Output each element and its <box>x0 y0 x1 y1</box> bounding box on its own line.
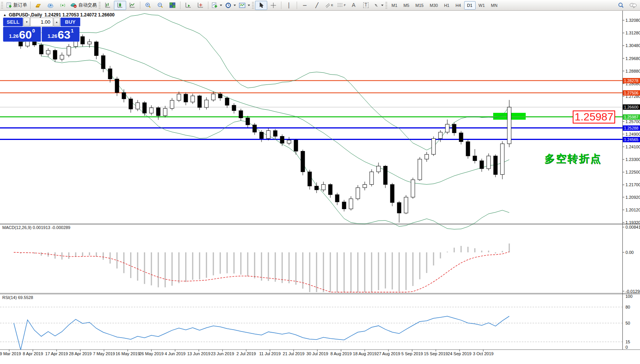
timeframe-button-h4[interactable]: H4 <box>452 1 464 10</box>
arrows-button[interactable] <box>372 1 385 10</box>
date-tick: 30 Jul 2019 <box>307 351 328 356</box>
date-tick: 28 Apr 2019 <box>69 351 91 356</box>
sell-price-small: 1.26 <box>9 33 19 39</box>
drawn-rectangle[interactable] <box>493 113 526 120</box>
date-tick: 5 Sep 2019 <box>401 351 423 356</box>
timeframe-button-m15[interactable]: M15 <box>413 1 427 10</box>
price-level-chip[interactable]: 1.28278 <box>623 78 640 83</box>
crosshair-button[interactable] <box>267 1 279 10</box>
date-tick: 4 Jun 2019 <box>165 351 185 356</box>
fibonacci-button[interactable]: F <box>335 1 348 10</box>
sell-button[interactable]: SELL <box>3 18 23 26</box>
price-tick: 1.21700 <box>625 182 640 187</box>
candlestick-button[interactable] <box>114 1 126 10</box>
rsi-tick: 100 <box>625 294 632 299</box>
bar-chart-button[interactable] <box>102 1 114 10</box>
price-level-chip[interactable]: 1.24565 <box>623 137 640 142</box>
candlestick-icon <box>117 2 123 8</box>
price-level-chip[interactable]: 1.25288 <box>623 125 640 131</box>
dropdown-caret <box>381 5 383 6</box>
timeframe-button-w1[interactable]: W1 <box>476 1 488 10</box>
chart-canvas[interactable] <box>0 0 640 364</box>
symbol-period-label: GBPUSD-,Daily <box>9 12 42 18</box>
timeframe-button-d1[interactable]: D1 <box>464 1 476 10</box>
chinese-annotation[interactable]: 多空转折点 <box>544 152 602 166</box>
sell-price-big: 60 <box>19 29 32 41</box>
new-order-button[interactable]: 新订单 <box>4 1 29 10</box>
text-button[interactable]: A <box>348 1 360 10</box>
cloud-icon <box>47 3 54 8</box>
sell-price-sup: 0 <box>32 28 35 34</box>
date-tick: 29 Mar 2019 <box>0 351 21 356</box>
buy-price-box[interactable]: 1.26 63 1 <box>42 27 80 42</box>
sell-price-box[interactable]: 1.26 60 0 <box>3 27 41 42</box>
periods-button[interactable] <box>224 1 237 10</box>
separator <box>30 2 31 9</box>
templates-button[interactable] <box>237 1 252 10</box>
bar-chart-icon <box>105 2 111 8</box>
signal-button[interactable] <box>57 1 69 10</box>
cursor-button[interactable] <box>255 1 267 10</box>
price-tick: 1.32080 <box>625 18 640 23</box>
collapse-icon[interactable]: ▲ <box>3 13 6 17</box>
fibo-letter: F <box>344 3 346 7</box>
chart-shift-button[interactable] <box>194 1 206 10</box>
indicators-button[interactable] <box>210 1 224 10</box>
rsi-line <box>14 316 509 350</box>
vertical-line-icon: │ <box>288 3 291 8</box>
zoom-in-button[interactable] <box>142 1 154 10</box>
date-tick: 27 Aug 2019 <box>377 351 400 356</box>
bollinger-band <box>14 39 509 184</box>
auto-scroll-button[interactable] <box>182 1 194 10</box>
zoom-out-button[interactable] <box>154 1 166 10</box>
date-tick: 3 Oct 2019 <box>473 351 494 356</box>
date-tick: 26 May 2019 <box>139 351 164 356</box>
toolbar-grip[interactable] <box>252 2 254 9</box>
volume-input[interactable]: 1.00 <box>30 18 53 26</box>
tile-windows-button[interactable] <box>166 1 179 10</box>
date-tick: 17 Apr 2019 <box>45 351 68 356</box>
rsi-tick: 80 <box>625 305 630 309</box>
toolbar-grip[interactable] <box>385 2 387 9</box>
toolbar-grip[interactable] <box>1 2 3 9</box>
search-button[interactable] <box>615 1 627 10</box>
volume-up-button[interactable]: ▲ <box>54 18 60 26</box>
line-chart-button[interactable] <box>126 1 138 10</box>
macd-tick: 0.008411 <box>625 225 640 229</box>
dropdown-caret <box>234 5 236 6</box>
price-level-chip[interactable]: 1.25987 <box>623 114 640 120</box>
auto-trading-button[interactable]: 自动交易 <box>69 1 98 10</box>
volume-down-button[interactable]: ▼ <box>23 18 30 26</box>
date-tick: 8 Apr 2019 <box>23 351 43 356</box>
timeframe-button-mn[interactable]: MN <box>488 1 500 10</box>
price-level-chip[interactable]: 1.27506 <box>623 90 640 96</box>
date-tick: 23 Jun 2019 <box>211 351 234 356</box>
timeframe-button-m30[interactable]: M30 <box>427 1 441 10</box>
tile-windows-icon <box>169 2 175 8</box>
date-tick: 8 Aug 2019 <box>330 351 352 356</box>
date-tick: 21 Jul 2019 <box>283 351 305 356</box>
horizontal-line-button[interactable]: ─ <box>299 1 311 10</box>
vertical-line-button[interactable]: │ <box>283 1 295 10</box>
channel-button[interactable]: E <box>323 1 335 10</box>
price-tick: 1.31280 <box>625 31 640 35</box>
price-callout-label[interactable]: 1.25987 <box>573 110 615 123</box>
crosshair-icon <box>270 2 276 8</box>
zoom-in-icon <box>145 2 151 8</box>
chat-button[interactable] <box>627 1 639 10</box>
gold-bar-icon <box>35 3 42 8</box>
ohlc-values: 1.24291 1.27053 1.24072 1.26600 <box>44 12 115 18</box>
separator <box>281 2 281 9</box>
timeframe-button-m5[interactable]: M5 <box>400 1 412 10</box>
price-tick: 1.20120 <box>625 208 640 212</box>
rsi-tick: 0 <box>625 345 628 349</box>
timeframe-button-m1[interactable]: M1 <box>388 1 400 10</box>
gold-button[interactable] <box>32 1 44 10</box>
buy-button[interactable]: BUY <box>60 18 80 26</box>
timeframe-button-h1[interactable]: H1 <box>441 1 452 10</box>
price-tick: 1.23300 <box>625 157 640 162</box>
trendline-button[interactable]: ╱ <box>311 1 323 10</box>
toolbar-grip[interactable] <box>99 2 101 9</box>
text-label-button[interactable]: T <box>360 1 372 10</box>
cloud-button[interactable] <box>44 1 57 10</box>
